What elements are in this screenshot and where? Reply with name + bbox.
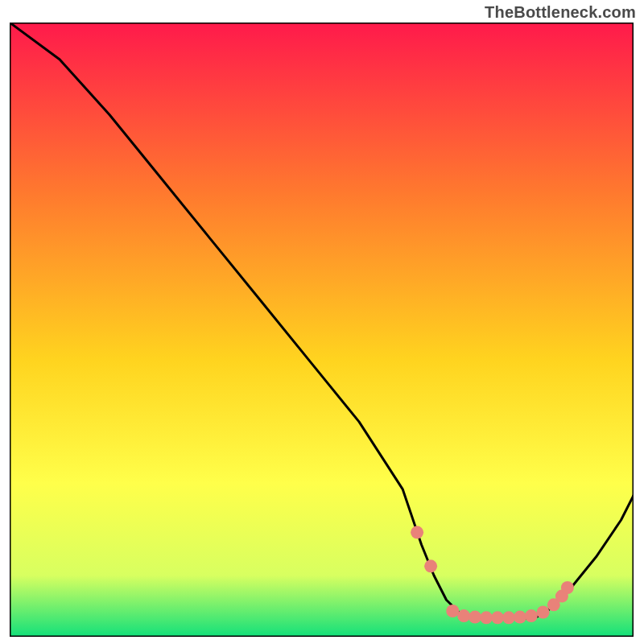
attribution-text: TheBottleneck.com: [485, 3, 636, 22]
highlight-dot: [561, 581, 574, 594]
highlight-dot: [446, 605, 459, 617]
highlight-dot: [502, 611, 515, 624]
highlight-dot: [411, 526, 423, 539]
highlight-dot: [469, 611, 481, 624]
highlight-dot: [537, 606, 550, 619]
plot-area: [10, 23, 634, 637]
bottleneck-chart-svg: [10, 23, 634, 637]
highlight-dot: [525, 609, 538, 622]
gradient-background: [10, 23, 634, 637]
highlight-dot: [491, 611, 504, 624]
highlight-dot: [514, 611, 526, 624]
highlight-dot: [457, 609, 470, 622]
highlight-dot: [480, 611, 493, 624]
highlight-dot: [424, 559, 437, 572]
chart-container: TheBottleneck.com: [0, 0, 644, 644]
